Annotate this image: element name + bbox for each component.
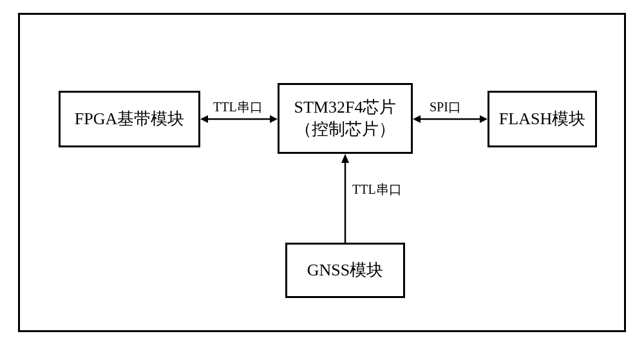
flash-box: FLASH模块 bbox=[488, 91, 597, 147]
svg-marker-4 bbox=[413, 115, 421, 123]
label-gnss-mcu: TTL串口 bbox=[352, 181, 402, 198]
flash-label: FLASH模块 bbox=[499, 108, 585, 130]
svg-marker-5 bbox=[480, 115, 488, 123]
svg-marker-2 bbox=[270, 115, 278, 123]
svg-marker-1 bbox=[200, 115, 208, 123]
arrow-gnss-mcu bbox=[339, 154, 352, 243]
svg-marker-7 bbox=[341, 154, 349, 163]
diagram-outer-frame: FPGA基带模块 STM32F4芯片 （控制芯片） FLASH模块 GNSS模块… bbox=[18, 13, 626, 332]
gnss-label: GNSS模块 bbox=[307, 259, 383, 281]
mcu-label-line2: （控制芯片） bbox=[294, 118, 397, 140]
fpga-label: FPGA基带模块 bbox=[75, 108, 184, 130]
gnss-box: GNSS模块 bbox=[285, 243, 405, 298]
mcu-box: STM32F4芯片 （控制芯片） bbox=[278, 83, 413, 154]
mcu-label-line1: STM32F4芯片 bbox=[294, 97, 397, 118]
fpga-box: FPGA基带模块 bbox=[59, 91, 200, 147]
label-fpga-mcu: TTL串口 bbox=[213, 98, 263, 116]
label-mcu-flash: SPI口 bbox=[430, 98, 461, 116]
